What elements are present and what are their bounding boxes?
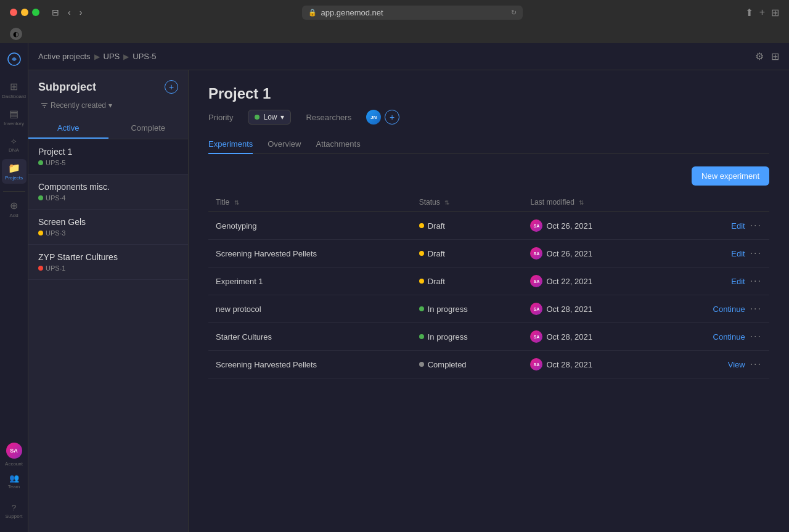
experiment-title: Experiment 1 [208, 268, 412, 295]
sort-label: Recently created [51, 101, 106, 110]
tab-overview[interactable]: Overview [268, 134, 301, 153]
continue-link[interactable]: Continue [713, 305, 745, 314]
sidebar-toggle[interactable]: ⊟ [49, 6, 62, 18]
new-tab-icon[interactable]: + [759, 7, 765, 18]
sidebar-item-dashboard[interactable]: ⊞ Dashboard [2, 78, 27, 102]
sort-arrows-status[interactable]: ⇅ [444, 199, 449, 206]
experiment-modified: SA Oct 22, 2021 [523, 268, 657, 295]
icon-sidebar: ⊞ Dashboard ▤ Inventory ⟡ DNA 📁 Projects… [0, 43, 28, 532]
edit-link[interactable]: Edit [731, 277, 745, 286]
project-item-name: ZYP Starter Cultures [38, 252, 178, 262]
filter-row: Recently created ▾ [28, 94, 188, 111]
settings-icon[interactable]: ⚙ [755, 51, 764, 62]
dna-icon: ⟡ [11, 136, 17, 146]
tab-attachments[interactable]: Attachments [316, 134, 360, 153]
close-button[interactable] [10, 9, 17, 16]
browser-controls: ⊟ ‹ › [49, 6, 84, 18]
experiment-modified: SA Oct 28, 2021 [523, 351, 657, 379]
sidebar-bottom: SA Account 👥 Team ? Support [2, 443, 27, 526]
modified-avatar: SA [530, 275, 542, 287]
sort-arrows-title[interactable]: ⇅ [234, 199, 239, 206]
view-link[interactable]: View [728, 360, 745, 369]
project-item[interactable]: Components misc. UPS-4 [28, 174, 188, 210]
status-dot [38, 266, 43, 271]
maximize-button[interactable] [32, 9, 39, 16]
project-item-tag: UPS-4 [38, 194, 178, 202]
sidebar-item-add[interactable]: ⊕ Add [2, 197, 27, 221]
modified-avatar: SA [530, 303, 542, 315]
address-bar[interactable]: 🔒 app.genemod.net ↻ [302, 6, 522, 20]
breadcrumb-sep-2: ▶ [123, 52, 129, 61]
experiment-actions: Continue ··· [658, 323, 769, 351]
status-dot [38, 231, 43, 235]
edit-link[interactable]: Edit [731, 221, 745, 231]
content-tabs: Experiments Overview Attachments [208, 134, 769, 154]
tab-active[interactable]: Active [28, 117, 108, 139]
status-dot [419, 279, 424, 284]
sidebar-item-team[interactable]: 👥 Team [2, 469, 27, 494]
col-title: Title ⇅ [208, 193, 412, 212]
status-dot [419, 251, 424, 256]
account-avatar[interactable]: SA [6, 443, 22, 459]
project-list: Project 1 UPS-5 Components misc. UPS-4 [28, 139, 188, 532]
sidebar-item-inventory[interactable]: ▤ Inventory [2, 105, 27, 129]
share-icon[interactable]: ⬆ [745, 7, 753, 18]
experiment-title: Starter Cultures [208, 323, 412, 351]
account-label: Account [5, 461, 23, 467]
top-bar: Active projects ▶ UPS ▶ UPS-5 ⚙ ⊞ [28, 43, 789, 70]
add-icon: ⊕ [10, 200, 18, 211]
breadcrumb-ups5[interactable]: UPS-5 [133, 52, 156, 61]
sidebar-item-projects[interactable]: 📁 Projects [2, 159, 27, 184]
project-item-name: Screen Gels [38, 217, 178, 227]
sidebar-item-support[interactable]: ? Support [2, 499, 27, 523]
experiment-modified: SA Oct 28, 2021 [523, 295, 657, 323]
modified-avatar: SA [530, 247, 542, 260]
traffic-lights [10, 9, 39, 16]
breadcrumb-ups[interactable]: UPS [104, 52, 120, 61]
breadcrumb-sep-1: ▶ [94, 52, 100, 61]
minimize-button[interactable] [21, 9, 28, 16]
more-options-button[interactable]: ··· [750, 303, 762, 314]
refresh-icon[interactable]: ↻ [511, 9, 517, 17]
forward-button[interactable]: › [77, 6, 85, 18]
more-options-button[interactable]: ··· [750, 359, 762, 370]
add-researcher-button[interactable]: + [385, 110, 399, 125]
grid-icon[interactable]: ⊞ [771, 51, 779, 62]
sidebar-item-dna[interactable]: ⟡ DNA [2, 132, 27, 157]
tab-complete[interactable]: Complete [108, 117, 189, 139]
priority-value: Low [263, 113, 277, 121]
support-icon: ? [12, 503, 16, 512]
experiment-title: Screening Harvested Pellets [208, 240, 412, 268]
back-button[interactable]: ‹ [65, 6, 73, 18]
breadcrumb: Active projects ▶ UPS ▶ UPS-5 [38, 52, 750, 61]
project-item[interactable]: Project 1 UPS-5 [28, 139, 188, 174]
modified-avatar: SA [530, 330, 542, 343]
priority-dot [255, 115, 260, 120]
continue-link[interactable]: Continue [713, 332, 745, 342]
more-options-button[interactable]: ··· [750, 248, 762, 259]
col-modified: Last modified ⇅ [523, 193, 657, 212]
project-meta: Priority Low ▾ Researchers JN + [208, 110, 769, 125]
sort-button[interactable]: Recently created ▾ [38, 100, 115, 111]
col-actions [658, 193, 769, 212]
sort-arrows-modified[interactable]: ⇅ [579, 199, 584, 206]
tab-experiments[interactable]: Experiments [208, 134, 253, 153]
extensions-icon[interactable]: ⊞ [771, 7, 779, 18]
more-options-button[interactable]: ··· [750, 276, 762, 287]
new-experiment-button[interactable]: New experiment [692, 166, 769, 186]
experiment-title: Screening Harvested Pellets [208, 351, 412, 379]
project-header: Project 1 Priority Low ▾ Researchers JN [208, 85, 769, 125]
priority-label: Priority [208, 113, 233, 122]
edit-link[interactable]: Edit [731, 249, 745, 258]
project-item[interactable]: ZYP Starter Cultures UPS-1 [28, 245, 188, 280]
main-content: Project 1 Priority Low ▾ Researchers JN [189, 70, 789, 532]
more-options-button[interactable]: ··· [750, 331, 762, 342]
table-row: Starter Cultures In progress SA [208, 323, 769, 351]
theme-toggle[interactable]: ◐ [10, 28, 22, 40]
more-options-button[interactable]: ··· [750, 220, 762, 231]
experiment-actions: View ··· [658, 351, 769, 379]
project-item[interactable]: Screen Gels UPS-3 [28, 210, 188, 245]
breadcrumb-active-projects[interactable]: Active projects [38, 52, 91, 61]
add-subproject-button[interactable]: + [165, 80, 178, 94]
priority-badge[interactable]: Low ▾ [248, 110, 291, 125]
